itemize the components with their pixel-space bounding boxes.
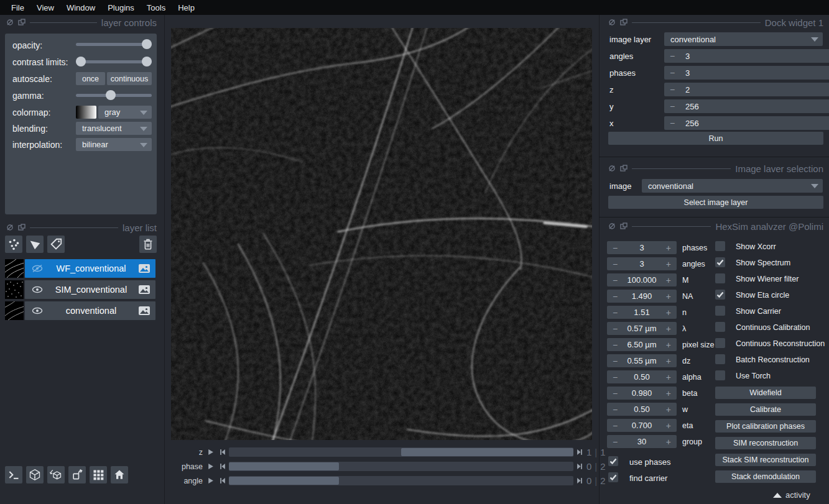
calibrate-button[interactable]: Calibrate (715, 403, 816, 416)
plot-calibration-phases-button[interactable]: Plot calibration phases (715, 420, 816, 433)
show-carrier-checkbox[interactable] (715, 306, 725, 316)
dim-handle[interactable] (229, 462, 339, 470)
interpolation-select[interactable]: bilinear (76, 138, 152, 151)
transpose-dimensions-button[interactable] (68, 466, 86, 483)
increment-icon[interactable]: + (666, 290, 671, 303)
continuous-calibration-checkbox[interactable] (715, 322, 725, 332)
dock-separator[interactable] (599, 217, 829, 218)
decrement-icon[interactable]: − (670, 99, 675, 113)
increment-icon[interactable]: + (666, 370, 671, 383)
find-carrier-checkbox[interactable] (608, 472, 618, 482)
menu-window[interactable]: Window (60, 3, 101, 12)
phases-param-spinbox[interactable]: −3+ (607, 241, 677, 254)
dz-param-spinbox[interactable]: −0.55 µm+ (607, 354, 677, 367)
eta-param-spinbox[interactable]: −0.700+ (607, 419, 677, 432)
sim-reconstruction-button[interactable]: SIM reconstruction (715, 437, 816, 449)
gamma-slider[interactable] (76, 90, 152, 100)
dock-hide-icon[interactable] (6, 224, 14, 231)
layer-row-wf-conventional[interactable]: WF_conventional (25, 259, 155, 278)
dock-hide-icon[interactable] (608, 165, 616, 172)
increment-icon[interactable]: + (666, 354, 671, 367)
skip-start-button[interactable] (218, 447, 227, 457)
left-dock-splitter[interactable] (164, 15, 165, 504)
decrement-icon[interactable]: − (613, 241, 618, 254)
skip-end-button[interactable] (575, 476, 585, 485)
decrement-icon[interactable]: − (613, 354, 618, 367)
show-spectrum-checkbox[interactable] (715, 257, 725, 267)
skip-end-button[interactable] (575, 447, 585, 457)
menu-view[interactable]: View (30, 3, 60, 12)
increment-icon[interactable]: + (666, 419, 671, 432)
decrement-icon[interactable]: − (613, 322, 618, 335)
use-torch-checkbox[interactable] (715, 370, 725, 380)
increment-icon[interactable]: + (666, 257, 671, 270)
n-param-spinbox[interactable]: −1.51+ (607, 306, 677, 319)
decrement-icon[interactable]: − (613, 273, 618, 286)
skip-start-button[interactable] (218, 462, 227, 471)
eye-visible-icon[interactable] (31, 306, 44, 315)
w-param-spinbox[interactable]: −0.50+ (607, 403, 677, 416)
opacity-slider-handle[interactable] (142, 39, 152, 49)
new-shapes-layer-button[interactable] (26, 236, 44, 253)
viewer-canvas[interactable] (171, 28, 592, 440)
stack-demodulation-button[interactable]: Stack demodulation (715, 470, 816, 483)
decrement-icon[interactable]: − (613, 419, 618, 432)
decrement-icon[interactable]: − (670, 116, 675, 130)
increment-icon[interactable]: + (666, 306, 671, 319)
contrast-high-handle[interactable] (142, 57, 152, 66)
lambda-param-spinbox[interactable]: −0.57 µm+ (607, 322, 677, 335)
beta-param-spinbox[interactable]: −0.980+ (607, 387, 677, 400)
play-button[interactable] (206, 447, 215, 457)
decrement-icon[interactable]: − (613, 403, 618, 416)
blending-select[interactable]: translucent (76, 122, 152, 135)
decrement-icon[interactable]: − (613, 387, 618, 400)
decrement-icon[interactable]: − (613, 257, 618, 270)
grid-view-button[interactable] (90, 466, 107, 483)
increment-icon[interactable]: + (666, 273, 671, 286)
increment-icon[interactable]: + (666, 338, 671, 351)
new-points-layer-button[interactable] (5, 236, 22, 253)
layer-row-conventional[interactable]: conventional (25, 301, 155, 320)
roll-dimensions-button[interactable] (47, 466, 65, 483)
eye-visible-icon[interactable] (31, 285, 44, 294)
menu-tools[interactable]: Tools (141, 3, 172, 12)
dim-track[interactable] (229, 447, 573, 457)
run-button[interactable]: Run (608, 132, 823, 145)
activity-button[interactable]: activity (773, 490, 810, 500)
dim-track[interactable] (229, 462, 573, 471)
decrement-icon[interactable]: − (613, 306, 618, 319)
decrement-icon[interactable]: − (613, 370, 618, 383)
opacity-slider[interactable] (76, 39, 152, 49)
skip-start-button[interactable] (218, 476, 227, 485)
show-eta-circle-checkbox[interactable] (715, 290, 725, 300)
phases-spinbox[interactable]: −3+ (664, 66, 829, 80)
decrement-icon[interactable]: − (613, 338, 618, 351)
menu-plugins[interactable]: Plugins (101, 3, 141, 12)
dock-float-icon[interactable] (620, 165, 628, 172)
menu-file[interactable]: File (5, 3, 30, 12)
m-param-spinbox[interactable]: −100.000+ (607, 273, 677, 286)
eye-hidden-icon[interactable] (31, 264, 44, 273)
play-button[interactable] (206, 462, 215, 471)
play-button[interactable] (206, 476, 215, 485)
decrement-icon[interactable]: − (670, 49, 675, 63)
autoscale-continuous-button[interactable]: continuous (107, 72, 152, 85)
dock-float-icon[interactable] (620, 19, 628, 26)
widefield-button[interactable]: Widefield (715, 387, 816, 399)
increment-icon[interactable]: + (666, 322, 671, 335)
pixel-size-param-spinbox[interactable]: −6.50 µm+ (607, 338, 677, 351)
decrement-icon[interactable]: − (613, 290, 618, 303)
menu-help[interactable]: Help (172, 3, 201, 12)
right-dock-splitter[interactable] (599, 15, 600, 504)
dim-handle[interactable] (401, 448, 573, 456)
autoscale-once-button[interactable]: once (76, 72, 105, 85)
decrement-icon[interactable]: − (613, 435, 618, 448)
dim-handle[interactable] (229, 477, 339, 485)
contrast-limits-slider[interactable] (76, 57, 152, 66)
na-param-spinbox[interactable]: −1.490+ (607, 290, 677, 303)
angles-param-spinbox[interactable]: −3+ (607, 257, 677, 270)
batch-reconstruction-checkbox[interactable] (715, 354, 725, 364)
dock-hide-icon[interactable] (608, 222, 616, 230)
show-xcorr-checkbox[interactable] (715, 241, 725, 251)
use-phases-checkbox[interactable] (608, 456, 618, 466)
